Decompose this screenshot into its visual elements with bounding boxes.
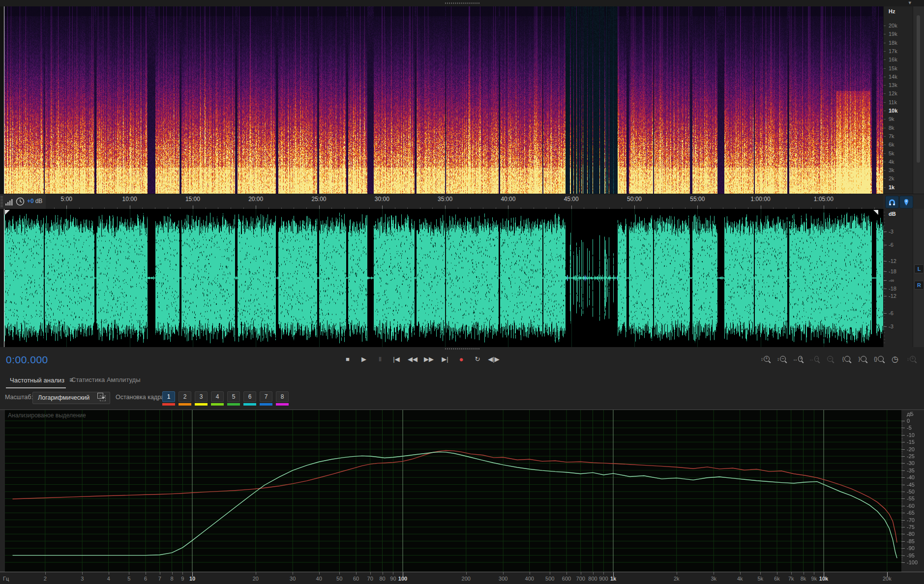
frequency-analysis-plot[interactable]: Анализированое выделение: [5, 410, 901, 572]
marker-button[interactable]: [899, 196, 913, 208]
zoom-in-time-button[interactable]: ↔+: [793, 353, 803, 365]
skip-selection-button[interactable]: ◀|▶: [488, 353, 500, 365]
plot-frequency-label: 3k: [711, 576, 716, 582]
magnifier-icon: +: [764, 356, 770, 362]
hold-button-7[interactable]: 7: [260, 391, 272, 406]
amplitude-axis-minor-tick: [884, 336, 885, 336]
spectrogram-scrollbar[interactable]: [913, 6, 924, 194]
zoom-to-selection-button[interactable]: {}: [874, 353, 884, 365]
stop-button[interactable]: ■: [342, 353, 354, 365]
frequency-axis-tick: [884, 85, 886, 86]
ruler-time-label: 5:00: [61, 196, 72, 203]
plot-db-tick: [901, 495, 903, 495]
hold-button-number: 5: [227, 391, 240, 402]
channel-badge-r[interactable]: R: [914, 281, 924, 290]
frequency-axis-tick: [884, 93, 886, 94]
zoom-out-amplitude-button[interactable]: ↕–: [776, 353, 786, 365]
ruler-time-label: 25:00: [311, 196, 326, 203]
zoom-to-in-point-button[interactable]: {: [841, 353, 851, 365]
amplitude-axis: dB -3-6-12-18-∞-18-12-6-3: [883, 209, 913, 347]
fast-forward-button[interactable]: ▶▶: [423, 353, 435, 365]
plot-frequency-tick: [370, 572, 371, 575]
fade-out-handle[interactable]: [873, 210, 878, 215]
hold-button-2[interactable]: 2: [179, 391, 191, 406]
plot-db-tick: [901, 474, 903, 475]
zoom-reset-button[interactable]: –: [825, 353, 835, 365]
clock-icon[interactable]: [15, 197, 25, 206]
play-button[interactable]: ▶: [358, 353, 370, 365]
panel-drag-grip[interactable]: [445, 2, 479, 4]
pause-button[interactable]: Ⅱ: [374, 353, 386, 365]
plot-db-tick: [901, 497, 903, 498]
time-ruler[interactable]: 5:0010:0015:0020:0025:0030:0035:0040:004…: [46, 194, 883, 209]
amplitude-axis-minor-tick: [884, 219, 885, 219]
channel-badge-l[interactable]: L: [914, 264, 924, 273]
plot-frequency-label: 30: [290, 576, 296, 582]
plot-db-tick: [901, 509, 903, 509]
amplitude-axis-tick: [884, 271, 887, 272]
hold-button-6[interactable]: 6: [243, 391, 256, 406]
levels-icon[interactable]: [5, 199, 13, 205]
hold-button-4[interactable]: 4: [211, 391, 224, 406]
amplitude-axis-minor-tick: [884, 284, 885, 285]
gain-indicator[interactable]: +0dB: [27, 198, 42, 204]
hold-button-8[interactable]: 8: [276, 391, 289, 406]
rewind-button[interactable]: ◀◀: [407, 353, 418, 365]
copy-snapshot-button[interactable]: [97, 393, 106, 401]
skip-to-start-button[interactable]: |◀: [390, 353, 402, 365]
frequency-axis-tick: [884, 51, 886, 52]
hold-button-5[interactable]: 5: [227, 391, 240, 406]
plot-db-tick: [901, 422, 903, 423]
plot-db-tick: [901, 421, 905, 421]
amplitude-axis-minor-tick: [884, 301, 885, 302]
zoom-to-out-point-button[interactable]: }: [858, 353, 867, 365]
waveform-display[interactable]: [4, 209, 883, 347]
scrollbar-handle[interactable]: [917, 15, 920, 163]
plot-frequency-label: 3: [81, 576, 84, 582]
amplitude-axis-label: -18: [889, 286, 896, 292]
zoom-out-time-button[interactable]: ↔–: [809, 353, 819, 365]
playhead-time-display[interactable]: 0:00.000: [6, 354, 48, 366]
amplitude-axis-minor-tick: [884, 263, 885, 264]
panel-menu-icon[interactable]: ▾: [908, 0, 911, 6]
plot-frequency-tick: [714, 572, 714, 575]
plot-frequency-label: 80: [379, 576, 385, 582]
tab-amplitude-statistics[interactable]: Статистика Амплитуды: [71, 376, 140, 383]
loop-playback-button[interactable]: ↻: [472, 353, 483, 365]
tab-frequency-analysis[interactable]: Частотный анализ≡: [10, 376, 73, 384]
record-button[interactable]: ●: [455, 353, 467, 365]
hold-button-3[interactable]: 3: [195, 391, 208, 406]
spectrogram-display[interactable]: [4, 6, 883, 194]
waveform-scrollbar[interactable]: LR: [913, 209, 924, 347]
frequency-axis-tick: [884, 26, 886, 26]
plot-db-label: -55: [907, 496, 915, 501]
plot-db-label: -45: [907, 482, 915, 488]
amplitude-axis-minor-tick: [884, 250, 885, 250]
plot-frequency-tick: [160, 572, 160, 575]
plot-frequency-tick: [82, 572, 83, 575]
hold-color-swatch: [162, 403, 175, 406]
zoom-vertical-button[interactable]: ↕+: [906, 353, 916, 365]
fade-in-handle[interactable]: [5, 210, 10, 215]
amplitude-axis-tick: [884, 296, 887, 296]
plot-db-tick: [901, 514, 903, 515]
amplitude-axis-minor-tick: [884, 298, 885, 298]
plot-db-tick: [901, 557, 903, 557]
frequency-axis-tick: [884, 136, 886, 137]
plot-db-tick: [901, 501, 903, 502]
refresh-timer-button[interactable]: ◷: [890, 353, 900, 365]
plot-db-label: -15: [907, 439, 915, 445]
divider-grip[interactable]: [445, 348, 479, 350]
plot-db-tick: [901, 446, 903, 447]
zoom-in-amplitude-button[interactable]: ↕+: [760, 353, 770, 365]
amplitude-axis-minor-tick: [884, 322, 885, 322]
hold-button-1[interactable]: 1: [162, 391, 175, 406]
toolbar-grip[interactable]: [0, 196, 3, 207]
plot-db-tick: [901, 431, 903, 431]
amplitude-axis-label: -6: [889, 242, 894, 248]
zoom-modifier-glyph: ↕: [777, 356, 779, 362]
amplitude-axis-minor-tick: [884, 281, 885, 281]
snap-magnet-button[interactable]: [885, 196, 899, 208]
skip-to-end-button[interactable]: ▶|: [439, 353, 451, 365]
zoom-toolbar: ↕+↕–↔+↔––{}{}◷↕+: [760, 353, 916, 365]
